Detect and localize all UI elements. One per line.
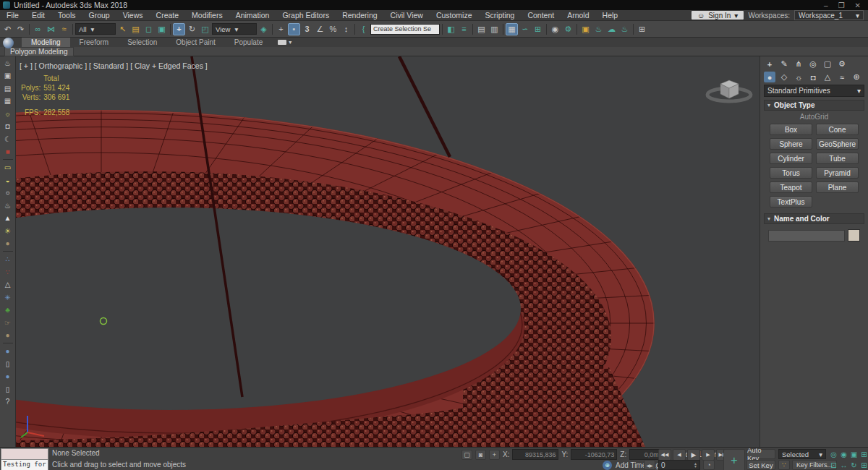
box-button[interactable]: Box	[770, 124, 812, 135]
render-teapot-icon[interactable]: ♨	[2, 57, 14, 69]
menu-tools[interactable]: Tools	[51, 11, 82, 20]
light-icon[interactable]: ☼	[2, 108, 14, 119]
cylinder-button[interactable]: Cylinder	[770, 153, 812, 164]
molecule-icon[interactable]: ∵	[2, 266, 14, 278]
snaps-toggle-icon[interactable]: ▪	[288, 23, 300, 35]
menu-animation[interactable]: Animation	[229, 11, 276, 20]
spacewarps-category-icon[interactable]: ≈	[836, 72, 848, 82]
redo-icon[interactable]: ↷	[14, 23, 27, 35]
object-color-swatch[interactable]	[848, 229, 860, 242]
workspace-dropdown[interactable]: Workspace_1 ▾	[794, 10, 864, 20]
rock-icon[interactable]: ●	[2, 330, 14, 341]
autogrid-checkbox[interactable]: AutoGrid	[764, 113, 864, 121]
isolate-selection-icon[interactable]: ▢	[461, 450, 472, 460]
menu-rendering[interactable]: Rendering	[336, 11, 383, 20]
crumple-ball-icon[interactable]: ✳	[2, 291, 14, 303]
menu-group[interactable]: Group	[82, 11, 116, 20]
unlink-selection-icon[interactable]: ⋈	[45, 23, 57, 35]
object-name-input[interactable]	[768, 230, 845, 242]
set-key-filters-icon[interactable]: ∵	[778, 460, 790, 470]
viewport[interactable]: [ + ] [ Orthographic ] [ Standard ] [ Cl…	[16, 56, 760, 447]
layer-explorer-icon[interactable]: ▥	[488, 23, 501, 35]
moon-sphere-icon[interactable]: ☾	[2, 133, 14, 145]
menu-modifiers[interactable]: Modifiers	[185, 11, 229, 20]
selection-lock-icon[interactable]: ◙	[475, 450, 486, 460]
window-crossing-icon[interactable]: ▣	[156, 23, 168, 35]
snap-3d-icon[interactable]: 3	[301, 23, 313, 35]
angle-snap-icon[interactable]: ∠	[314, 23, 326, 35]
tab-populate[interactable]: Populate	[225, 38, 272, 47]
menu-graph-editors[interactable]: Graph Editors	[276, 11, 336, 20]
foliage-icon[interactable]: ♣	[2, 304, 14, 316]
cone-primitive-icon[interactable]: ▲	[2, 213, 14, 224]
bind-to-spacewarp-icon[interactable]: ≈	[58, 23, 70, 35]
y-coordinate-field[interactable]: -10620,73	[571, 449, 617, 460]
tab-modeling[interactable]: Modeling	[22, 38, 70, 47]
menu-views[interactable]: Views	[116, 11, 150, 20]
transform-type-in-icon[interactable]: +	[489, 450, 500, 460]
mirror-icon[interactable]: ◧	[445, 23, 457, 35]
viewport-label[interactable]: [ + ] [ Orthographic ] [ Standard ] [ Cl…	[20, 61, 208, 70]
3d-scene-torus-model[interactable]	[16, 56, 760, 447]
render-flyout-icon[interactable]: ♨	[618, 23, 631, 35]
auto-key-button[interactable]: Auto Key	[746, 449, 775, 459]
key-selection-dropdown[interactable]: Selected ▾	[778, 449, 826, 459]
systems-category-icon[interactable]: ⊕	[851, 72, 862, 82]
zoom-extents-all-icon[interactable]: ⊞	[859, 449, 868, 459]
torus-button[interactable]: Torus	[770, 167, 812, 179]
curve-editor-icon[interactable]: ∽	[519, 23, 531, 35]
olive-sphere-icon[interactable]: ●	[2, 238, 14, 249]
rectangular-selection-region-icon[interactable]: ◻	[142, 23, 155, 35]
dome-primitive-icon[interactable]: ◒	[2, 174, 14, 186]
utilities-tab-icon[interactable]: ⚙	[836, 59, 848, 69]
frame-spinner[interactable]: ▲▼	[694, 462, 697, 468]
geometry-category-icon[interactable]: ●	[764, 72, 775, 82]
set-key-button[interactable]: Set Key	[746, 460, 775, 470]
robot-icon[interactable]: ■	[2, 146, 14, 158]
box-primitive-icon[interactable]: ▭	[2, 162, 14, 174]
cameras-category-icon[interactable]: ◘	[807, 72, 819, 82]
terrain-icon[interactable]: △	[2, 279, 14, 291]
maximize-viewport-icon[interactable]: ⊞	[859, 460, 868, 470]
zoom-extents-icon[interactable]: ▣	[849, 449, 859, 459]
ribbon-minimize-toggle[interactable]: ▾	[272, 38, 297, 47]
reference-coordinate-dropdown[interactable]: View▾	[212, 23, 257, 35]
menu-arnold[interactable]: Arnold	[561, 11, 595, 20]
next-frame-button[interactable]: ▶	[702, 449, 715, 461]
zoom-icon[interactable]: ◎	[829, 449, 838, 459]
select-and-manipulate-icon[interactable]: +	[275, 23, 287, 35]
textplus-button[interactable]: TextPlus	[770, 196, 812, 208]
select-and-scale-icon[interactable]: ◰	[199, 23, 211, 35]
hierarchy-tab-icon[interactable]: ⋔	[793, 59, 804, 69]
motion-tab-icon[interactable]: ◎	[807, 59, 819, 69]
object-type-rollout[interactable]: ▾ Object Type	[764, 100, 864, 111]
tab-object-paint[interactable]: Object Paint	[166, 38, 224, 47]
maxscript-macro-field[interactable]	[1, 448, 48, 460]
named-selection-sets-icon[interactable]: {	[357, 23, 370, 35]
scatter-icon[interactable]: ∴	[2, 254, 14, 265]
close-button[interactable]: ✕	[855, 1, 861, 9]
set-keys-button[interactable]: +	[723, 449, 745, 470]
pan-icon[interactable]: ↔	[839, 460, 848, 470]
named-selection-set-input[interactable]	[370, 24, 440, 35]
view-cube[interactable]	[707, 80, 751, 101]
clipboard-icon[interactable]: ▯	[2, 358, 14, 369]
zoom-region-icon[interactable]: ⊡	[829, 460, 838, 470]
camera-icon[interactable]: ◘	[2, 121, 14, 132]
material-editor-icon[interactable]: ◉	[549, 23, 561, 35]
menu-content[interactable]: Content	[521, 11, 561, 20]
render-in-cloud-icon[interactable]: ☁	[605, 23, 618, 35]
select-object-icon[interactable]: ↖	[116, 23, 129, 35]
document-icon[interactable]: ▯	[2, 383, 14, 395]
time-configuration-icon[interactable]: ◔	[703, 460, 715, 470]
key-mode-toggle-icon[interactable]: ◀▶	[644, 460, 655, 470]
menu-help[interactable]: Help	[596, 11, 625, 20]
maximize-button[interactable]: ❐	[838, 1, 845, 9]
scene-explorer-icon[interactable]: ▤	[475, 23, 488, 35]
sign-in-button[interactable]: ☺ Sign In ▾	[692, 11, 744, 20]
tab-selection[interactable]: Selection	[118, 38, 166, 47]
spreadsheet-icon[interactable]: ▦	[2, 95, 14, 107]
primitive-category-dropdown[interactable]: Standard Primitives ▾	[764, 85, 864, 97]
menu-civil-view[interactable]: Civil View	[384, 11, 430, 20]
tube-button[interactable]: Tube	[816, 153, 859, 164]
